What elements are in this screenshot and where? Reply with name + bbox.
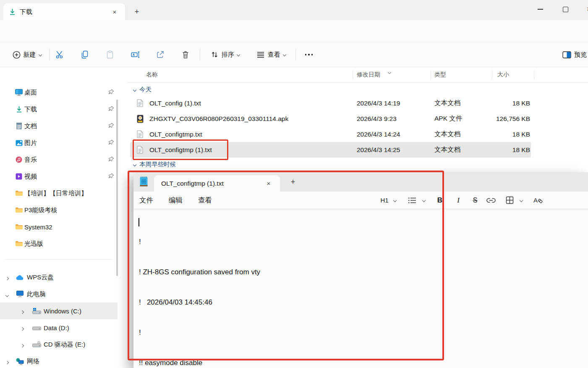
- documents-icon: [14, 122, 24, 130]
- music-icon: [14, 156, 24, 163]
- view-icon: [256, 51, 265, 58]
- new-button[interactable]: 新建: [6, 42, 48, 67]
- group-header-earlier-this-week[interactable]: 本周早些时候: [133, 160, 176, 168]
- annotation-box-selected-file: [133, 139, 228, 160]
- chevron-down-icon[interactable]: [518, 192, 525, 209]
- this-pc-icon: [15, 291, 24, 297]
- sidebar-item-data-d[interactable]: Data (D:): [0, 319, 118, 336]
- copy-button[interactable]: [76, 42, 93, 67]
- sort-button[interactable]: 排序: [205, 42, 245, 67]
- copy-icon: [80, 50, 89, 59]
- cut-button[interactable]: [51, 42, 68, 67]
- view-button[interactable]: 查看: [251, 42, 291, 67]
- file-row-zhgxtv-apk[interactable]: ZHGXTV_C03V06R080P260319_03301114.apk 20…: [126, 111, 537, 126]
- wps-cloud-icon: [15, 275, 24, 280]
- sidebar-item-windows-c[interactable]: Windows (C:): [0, 302, 118, 319]
- table-icon: [506, 196, 514, 204]
- pictures-icon: [14, 140, 24, 146]
- cd-drive-icon: [32, 341, 41, 348]
- column-divider[interactable]: [353, 70, 353, 79]
- table-button[interactable]: [504, 192, 515, 209]
- rename-button[interactable]: [127, 42, 144, 67]
- clear-formatting-button[interactable]: A: [531, 192, 546, 209]
- pin-icon: [108, 139, 114, 147]
- sidebar-item-downloads[interactable]: 下载: [0, 101, 118, 118]
- pin-icon: [108, 173, 114, 180]
- group-header-today[interactable]: 今天: [133, 86, 152, 94]
- pin-icon: [108, 156, 114, 163]
- chevron-right-icon[interactable]: [21, 308, 24, 315]
- sidebar-item-folder-system32[interactable]: System32: [0, 218, 118, 235]
- sidebar-item-desktop[interactable]: 桌面: [0, 84, 118, 101]
- plus-circle-icon: [13, 51, 21, 59]
- screen: 下载 × + × ← → ↑ 此电脑 Windows (C:) 用户 89353: [0, 0, 588, 368]
- link-icon: [486, 197, 496, 203]
- drive-icon: [32, 325, 41, 331]
- sidebar: 桌面 下载 文档 图片 音乐 视频 【培: [0, 67, 118, 368]
- windows-drive-icon: [32, 308, 41, 314]
- paste-button[interactable]: [102, 42, 118, 67]
- delete-button[interactable]: [177, 42, 194, 67]
- sidebar-item-folder-guangxun[interactable]: 光迅版: [0, 235, 118, 252]
- preview-button[interactable]: 预览: [562, 42, 588, 67]
- sort-icon: [210, 50, 219, 59]
- folder-icon: [14, 207, 24, 213]
- toolbar-divider: [200, 49, 200, 60]
- column-header-size[interactable]: 大小: [497, 67, 509, 82]
- more-options-button[interactable]: [301, 42, 317, 67]
- link-button[interactable]: [484, 192, 498, 209]
- sidebar-item-cd-drive-e[interactable]: CD 驱动器 (E:): [0, 336, 118, 353]
- column-divider[interactable]: [492, 70, 492, 79]
- column-header-modified[interactable]: 修改日期: [357, 67, 380, 82]
- minimize-icon: [538, 9, 543, 10]
- pin-icon: [108, 123, 114, 130]
- folder-icon: [14, 241, 24, 247]
- command-toolbar: 新建 排序 查看: [0, 42, 588, 67]
- paste-icon: [105, 50, 115, 59]
- share-button[interactable]: [152, 42, 169, 67]
- more-options-icon: [305, 54, 313, 55]
- svg-text:A: A: [533, 197, 538, 204]
- window-minimize-button[interactable]: [534, 0, 546, 18]
- sidebar-item-folder-training[interactable]: 【培训】【日常培训】: [0, 185, 118, 202]
- chevron-right-icon[interactable]: [21, 324, 24, 331]
- sidebar-item-documents[interactable]: 文档: [0, 118, 118, 134]
- chevron-right-icon[interactable]: [6, 274, 8, 281]
- explorer-tab-bar: 下载 × + ×: [0, 0, 588, 20]
- tab-close-icon[interactable]: ×: [110, 7, 119, 16]
- strikethrough-button[interactable]: S: [469, 192, 481, 209]
- window-maximize-button[interactable]: [559, 0, 572, 18]
- chevron-down-icon[interactable]: [6, 291, 8, 298]
- column-divider[interactable]: [431, 70, 431, 79]
- sidebar-scrollbar[interactable]: [116, 100, 118, 276]
- folder-icon: [14, 190, 24, 196]
- column-header-name[interactable]: 名称: [146, 67, 158, 82]
- chevron-right-icon[interactable]: [6, 358, 8, 365]
- sidebar-item-pictures[interactable]: 图片: [0, 134, 118, 151]
- sidebar-item-videos[interactable]: 视频: [0, 168, 118, 185]
- window-close-button[interactable]: ×: [583, 0, 588, 18]
- file-row-olt-config-1[interactable]: OLT_config (1).txt 2026/4/3 14:19 文本文档 1…: [126, 95, 537, 111]
- chevron-down-icon: [133, 88, 136, 91]
- sidebar-item-network[interactable]: 网络: [0, 353, 118, 368]
- pin-icon: [108, 89, 114, 96]
- downloads-icon: [9, 8, 16, 15]
- sidebar-divider: [5, 259, 112, 260]
- toolbar-divider: [50, 49, 50, 60]
- explorer-tab-downloads[interactable]: 下载 ×: [3, 3, 125, 20]
- column-divider[interactable]: [534, 70, 534, 79]
- cut-icon: [55, 50, 64, 59]
- sidebar-item-this-pc[interactable]: 此电脑: [0, 286, 118, 302]
- navigation-bar: ← → ↑ 此电脑 Windows (C:) 用户 89353 下载: [0, 20, 588, 42]
- maximize-icon: [563, 7, 568, 12]
- sidebar-item-wps-cloud[interactable]: WPS云盘: [0, 269, 118, 286]
- sidebar-item-folder-p3[interactable]: P3能级考核: [0, 202, 118, 218]
- column-header-type[interactable]: 类型: [434, 67, 446, 82]
- apk-file-icon: [137, 111, 144, 126]
- preview-pane-icon: [562, 51, 571, 58]
- network-icon: [15, 358, 24, 365]
- italic-button[interactable]: I: [452, 192, 464, 209]
- sidebar-item-music[interactable]: 音乐: [0, 151, 118, 168]
- chevron-right-icon[interactable]: [21, 341, 24, 348]
- new-tab-button[interactable]: +: [132, 7, 142, 17]
